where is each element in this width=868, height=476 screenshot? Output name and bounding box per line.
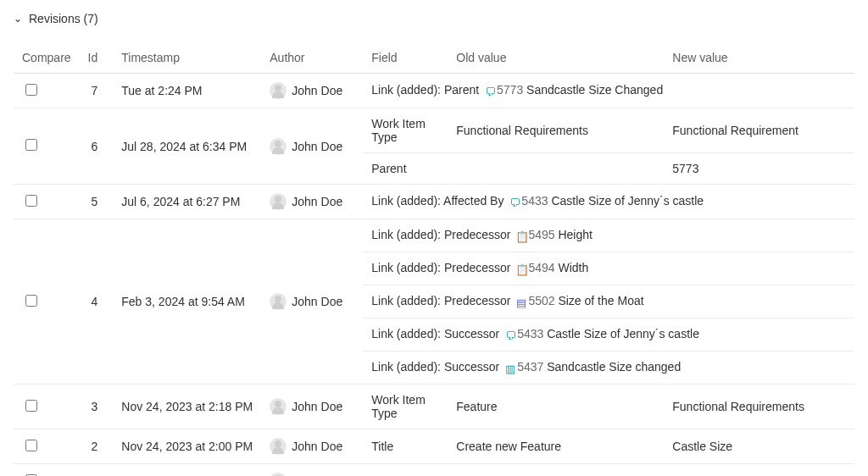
revision-timestamp: Tue at 2:24 PM xyxy=(113,74,261,108)
col-field: Field xyxy=(363,42,448,74)
link-change: Link (added): Parent 🗩5773 Sandcastle Si… xyxy=(363,74,854,108)
work-item-title: Size of the Moat xyxy=(558,294,643,307)
col-compare: Compare xyxy=(14,42,80,74)
revision-id: 1 xyxy=(80,464,114,477)
revision-id: 4 xyxy=(80,219,114,385)
compare-checkbox[interactable] xyxy=(25,195,37,207)
new-value: Functional Requirements xyxy=(664,385,854,429)
news-icon: ▤ xyxy=(515,297,527,309)
link-prefix: Link (added): Predecessor xyxy=(371,294,514,307)
author-name: John Doe xyxy=(292,140,342,153)
author-name: John Doe xyxy=(292,400,342,413)
work-item-title: Sandcastle Size changed xyxy=(547,360,681,374)
author-name: John Doe xyxy=(292,195,342,208)
old-value xyxy=(448,153,664,185)
revision-author: John Doe xyxy=(261,464,363,477)
field-name: Work Item Type xyxy=(363,108,448,153)
revision-author: John Doe xyxy=(261,219,363,385)
work-item-id[interactable]: 5494 xyxy=(528,261,554,274)
work-item-id[interactable]: 5433 xyxy=(521,194,548,208)
table-row: 5Jul 6, 2024 at 6:27 PMJohn DoeLink (add… xyxy=(14,185,854,219)
compare-checkbox[interactable] xyxy=(25,400,37,412)
new-value: Functional Requirement xyxy=(664,108,854,153)
link-prefix: Link (added): Successor xyxy=(371,327,503,340)
revision-timestamp: Feb 3, 2024 at 9:54 AM xyxy=(113,219,261,385)
work-item-title: Sandcastle Size Changed xyxy=(526,83,663,97)
field-name: Created xyxy=(363,464,448,477)
old-value xyxy=(448,464,664,477)
work-item-id[interactable]: 5433 xyxy=(517,327,543,340)
field-name: Work Item Type xyxy=(363,385,448,429)
revision-author: John Doe xyxy=(261,74,363,108)
revision-id: 6 xyxy=(80,108,114,185)
chevron-down-icon: ⌄ xyxy=(14,13,22,25)
avatar xyxy=(270,398,287,415)
link-change: Link (added): Affected By 🗩5433 Castle S… xyxy=(363,185,854,219)
avatar xyxy=(270,138,287,155)
avatar xyxy=(270,293,287,310)
table-row: 2Nov 24, 2023 at 2:00 PMJohn DoeTitleCre… xyxy=(14,429,854,464)
work-item-id[interactable]: 5437 xyxy=(517,360,543,374)
books-icon: ▥ xyxy=(504,363,516,375)
avatar xyxy=(270,82,287,99)
author-name: John Doe xyxy=(292,440,342,453)
col-author: Author xyxy=(261,42,363,74)
work-item-title: Height xyxy=(558,228,592,241)
link-prefix: Link (added): Predecessor xyxy=(371,228,514,241)
field-name: Parent xyxy=(363,153,448,185)
link-change: Link (added): Predecessor 📋5495 Height xyxy=(363,219,854,252)
avatar xyxy=(270,193,287,210)
table-row: 3Nov 24, 2023 at 2:18 PMJohn DoeWork Ite… xyxy=(14,385,854,429)
revision-timestamp: Nov 24, 2023 at 1:58 PM xyxy=(113,464,261,477)
revision-author: John Doe xyxy=(261,108,363,185)
work-item-id[interactable]: 5773 xyxy=(497,83,523,97)
revisions-header[interactable]: ⌄ Revisions (7) xyxy=(14,12,854,25)
section-title: Revisions (7) xyxy=(29,12,98,25)
bubble-icon: 🗩 xyxy=(484,86,496,98)
revision-id: 3 xyxy=(80,385,114,429)
new-value xyxy=(664,464,854,477)
bubble-icon: 🗩 xyxy=(509,197,520,209)
work-item-title: Castle Size of Jenny´s castle xyxy=(547,327,699,340)
revision-author: John Doe xyxy=(261,429,363,464)
link-change: Link (added): Predecessor 📋5494 Width xyxy=(363,252,854,285)
field-name: Title xyxy=(363,429,448,464)
revision-timestamp: Nov 24, 2023 at 2:18 PM xyxy=(113,385,261,429)
link-prefix: Link (added): Successor xyxy=(371,360,503,374)
link-change: Link (added): Successor ▥5437 Sandcastle… xyxy=(363,351,854,385)
badge-icon: 📋 xyxy=(515,264,527,276)
col-old: Old value xyxy=(448,42,664,74)
link-prefix: Link (added): Predecessor xyxy=(371,261,514,274)
link-change: Link (added): Successor 🗩5433 Castle Siz… xyxy=(363,318,854,351)
revisions-table: Compare Id Timestamp Author Field Old va… xyxy=(14,42,854,476)
work-item-id[interactable]: 5502 xyxy=(528,294,554,307)
author-name: John Doe xyxy=(292,84,342,97)
old-value: Create new Feature xyxy=(448,429,664,464)
compare-checkbox[interactable] xyxy=(25,295,37,307)
table-row: 6Jul 28, 2024 at 6:34 PMJohn DoeWork Ite… xyxy=(14,108,854,153)
compare-checkbox[interactable] xyxy=(25,440,37,451)
link-change: Link (added): Predecessor ▤5502 Size of … xyxy=(363,285,854,318)
avatar xyxy=(270,473,287,476)
compare-checkbox[interactable] xyxy=(25,139,37,151)
table-row: 4Feb 3, 2024 at 9:54 AMJohn DoeLink (add… xyxy=(14,219,854,252)
revision-id: 2 xyxy=(80,429,114,464)
col-id: Id xyxy=(80,42,114,74)
link-prefix: Link (added): Affected By xyxy=(371,194,507,208)
compare-checkbox[interactable] xyxy=(25,84,37,96)
work-item-id[interactable]: 5495 xyxy=(528,228,554,241)
avatar xyxy=(270,438,287,455)
table-row: 1Nov 24, 2023 at 1:58 PMJohn DoeCreated xyxy=(14,464,854,477)
bubble-icon: 🗩 xyxy=(504,330,516,342)
col-new: New value xyxy=(664,42,854,74)
table-row: 7Tue at 2:24 PMJohn DoeLink (added): Par… xyxy=(14,74,854,108)
old-value: Feature xyxy=(448,385,664,429)
work-item-title: Castle Size of Jenny´s castle xyxy=(551,194,704,208)
revision-id: 5 xyxy=(80,185,114,219)
new-value: Castle Size xyxy=(664,429,854,464)
work-item-title: Width xyxy=(558,261,588,274)
revision-timestamp: Jul 28, 2024 at 6:34 PM xyxy=(113,108,261,185)
old-value: Functional Requirements xyxy=(448,108,664,153)
revision-author: John Doe xyxy=(261,185,363,219)
col-timestamp: Timestamp xyxy=(113,42,261,74)
